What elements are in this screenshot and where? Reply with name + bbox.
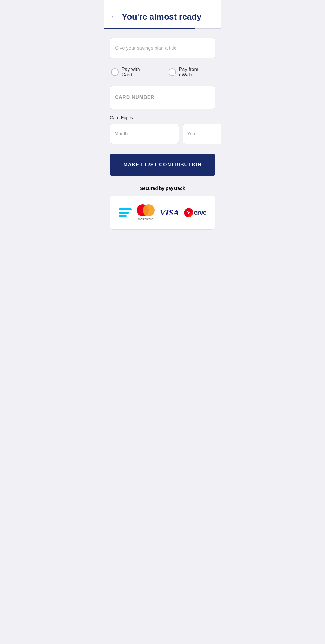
visa-logo: VISA [160,208,179,217]
pay-with-card-radio[interactable] [111,68,119,76]
page-container: ← You're almost ready Pay with Card Pay … [104,0,221,238]
card-expiry-label: Card Expiry [110,115,215,120]
pay-from-ewallet-radio[interactable] [169,68,176,76]
payment-logos-box: mastercard VISA V erve [110,196,215,230]
pay-from-ewallet-option[interactable]: Pay from eWallet [169,67,214,78]
verve-v-circle: V [184,208,193,217]
card-section: Card Expiry [110,86,215,144]
plan-title-input[interactable] [110,38,215,58]
make-first-contribution-button[interactable]: MAKE FIRST CONTRIBUTION [110,154,215,176]
page-title: You're almost ready [122,12,201,22]
secured-section: Secured by paystack mastercard [110,186,215,230]
paystack-icon [119,208,132,217]
mastercard-orange-circle [143,204,155,216]
card-number-input[interactable] [110,86,215,109]
pay-with-card-label: Pay with Card [122,67,150,78]
month-input[interactable] [110,124,179,144]
pay-from-ewallet-label: Pay from eWallet [179,67,214,78]
header: ← You're almost ready [104,0,221,28]
mastercard-label: mastercard [138,217,153,221]
paystack-line-2 [119,212,129,214]
expiry-row [110,124,215,144]
year-input[interactable] [183,124,221,144]
back-button[interactable]: ← [110,13,117,21]
content-area: Pay with Card Pay from eWallet Card Expi… [104,29,221,238]
mastercard-circles [137,204,155,216]
mastercard-logo: mastercard [137,204,155,221]
secured-by-text: Secured by paystack [140,186,185,191]
verve-text: erve [194,209,206,217]
verve-logo: V erve [184,208,206,217]
payment-options: Pay with Card Pay from eWallet [110,67,215,78]
paystack-line-3 [119,215,127,217]
paystack-line-1 [119,208,132,210]
pay-with-card-option[interactable]: Pay with Card [111,67,150,78]
